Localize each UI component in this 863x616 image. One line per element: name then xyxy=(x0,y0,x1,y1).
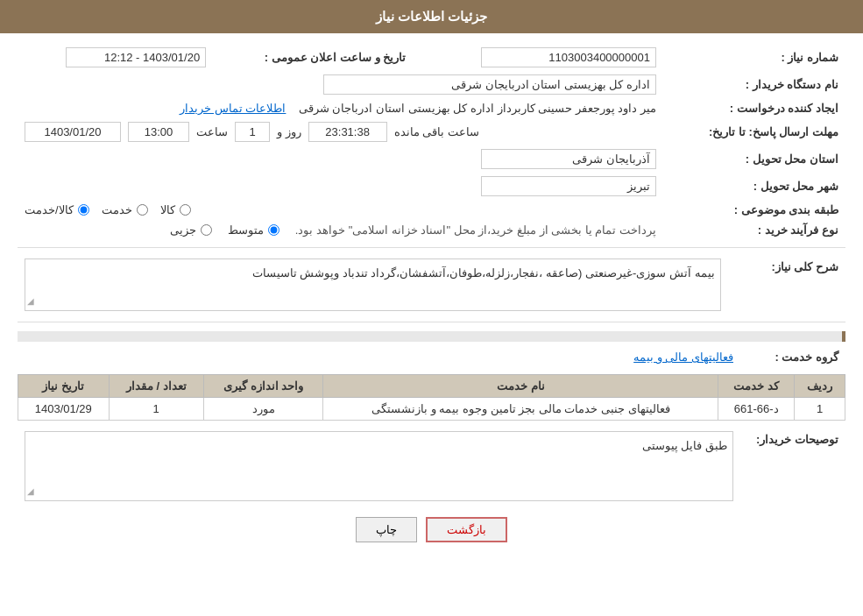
buyer-org-value: اداره کل بهزیستی استان ادربایجان شرقی xyxy=(18,71,663,98)
remaining-time-field: 23:31:38 xyxy=(308,122,387,142)
separator-1 xyxy=(18,247,845,248)
purchase-note-text: پرداخت تمام یا بخشی از مبلغ خرید،از محل … xyxy=(295,223,656,237)
services-section-title xyxy=(18,331,845,342)
resize-handle-2: ◢ xyxy=(27,485,34,499)
category-label: طبقه بندی موضوعی : xyxy=(663,200,845,220)
city-value: تبریز xyxy=(18,173,663,200)
province-label: استان محل تحویل : xyxy=(663,145,845,173)
category-value: کالا/خدمت خدمت کالا xyxy=(18,200,663,220)
service-group-value: فعالیتهای مالی و بیمه xyxy=(18,347,740,367)
col-header-row: ردیف xyxy=(794,375,845,398)
date-field: 1403/01/20 xyxy=(25,122,121,142)
col-header-qty: تعداد / مقدار xyxy=(109,375,203,398)
col-header-unit: واحد اندازه گیری xyxy=(203,375,323,398)
service-group-table: گروه خدمت : فعالیتهای مالی و بیمه xyxy=(18,347,845,367)
page-header: جزئیات اطلاعات نیاز xyxy=(0,0,863,33)
requester-contact-link[interactable]: اطلاعات تماس خریدار xyxy=(180,102,286,115)
table-row: 1د-66-661فعالیتهای جنبی خدمات مالی بجز ت… xyxy=(18,398,845,421)
time-field: 13:00 xyxy=(128,122,189,142)
need-description-box: بیمه آتش سوزی-غیرصنعتی (صاعقه ،نفجار،زلز… xyxy=(25,258,721,311)
col-header-name: نام خدمت xyxy=(323,375,718,398)
service-group-label: گروه خدمت : xyxy=(740,347,845,367)
buyer-notes-label: توصیحات خریدار: xyxy=(740,428,845,505)
deadline-value: ساعت باقی مانده 23:31:38 روز و 1 ساعت 13… xyxy=(18,118,663,145)
description-table: شرح کلی نیاز: بیمه آتش سوزی-غیرصنعتی (صا… xyxy=(18,255,845,315)
resize-handle: ◢ xyxy=(27,294,34,308)
col-header-code: کد خدمت xyxy=(718,375,795,398)
page-title: جزئیات اطلاعات نیاز xyxy=(376,9,487,24)
category-kala-khedmat-radio[interactable] xyxy=(78,204,89,216)
col-header-date: تاریخ نیاز xyxy=(18,375,110,398)
province-field: آذربایجان شرقی xyxy=(481,149,656,169)
action-buttons: بازگشت چاپ xyxy=(18,517,845,542)
separator-2 xyxy=(18,322,845,322)
days-field: 1 xyxy=(235,122,270,142)
need-description-text: بیمه آتش سوزی-غیرصنعتی (صاعقه ،نفجار،زلز… xyxy=(252,266,715,280)
need-number-field: 1103003400000001 xyxy=(481,47,656,67)
province-value: آذربایجان شرقی xyxy=(18,145,663,173)
back-button[interactable]: بازگشت xyxy=(426,517,507,542)
requester-value: میر داود پورجعفر حسینی کاربرداز اداره کل… xyxy=(18,98,663,118)
purchase-partial-radio[interactable] xyxy=(201,224,212,236)
purchase-type-value: پرداخت تمام یا بخشی از مبلغ خرید،از محل … xyxy=(18,220,663,240)
public-announce-field: 1403/01/20 - 12:12 xyxy=(66,47,206,67)
requester-label: ایجاد کننده درخواست : xyxy=(663,98,845,118)
services-data-table: ردیف کد خدمت نام خدمت واحد اندازه گیری ت… xyxy=(18,374,845,421)
service-group-link[interactable]: فعالیتهای مالی و بیمه xyxy=(633,350,733,364)
need-number-label: شماره نیاز : xyxy=(663,44,845,71)
category-kala-option: کالا xyxy=(160,203,193,216)
purchase-medium-option: متوسط xyxy=(228,223,281,237)
purchase-partial-option: جزیی xyxy=(170,223,214,237)
purchase-medium-radio[interactable] xyxy=(268,224,279,236)
purchase-type-label: نوع فرآیند خرید : xyxy=(663,220,845,240)
category-khedmat-radio[interactable] xyxy=(137,204,148,216)
need-number-value: 1103003400000001 xyxy=(423,44,663,71)
time-label: ساعت xyxy=(196,125,228,138)
deadline-label: مهلت ارسال پاسخ: تا تاریخ: xyxy=(663,118,845,145)
category-khedmat-option: خدمت xyxy=(102,203,150,216)
city-field: تبریز xyxy=(481,176,656,196)
buyer-notes-table: توصیحات خریدار: طبق فایل پیوستی ◢ xyxy=(18,428,845,505)
need-description-value: بیمه آتش سوزی-غیرصنعتی (صاعقه ،نفجار،زلز… xyxy=(18,255,728,315)
category-kala-radio[interactable] xyxy=(180,204,191,216)
city-label: شهر محل تحویل : xyxy=(663,173,845,200)
main-info-table: شماره نیاز : 1103003400000001 تاریخ و سا… xyxy=(18,44,845,240)
category-kala-khedmat-option: کالا/خدمت xyxy=(25,203,91,216)
need-description-label: شرح کلی نیاز: xyxy=(728,255,845,315)
public-announce-label: تاریخ و ساعت اعلان عمومی : xyxy=(213,44,423,71)
days-label: روز و xyxy=(277,125,301,138)
print-button[interactable]: چاپ xyxy=(356,517,417,542)
buyer-org-label: نام دستگاه خریدار : xyxy=(663,71,845,98)
public-announce-value: 1403/01/20 - 12:12 xyxy=(18,44,213,71)
remaining-suffix: ساعت باقی مانده xyxy=(394,125,479,138)
buyer-notes-text: طبق فایل پیوستی xyxy=(642,439,727,452)
buyer-notes-value: طبق فایل پیوستی ◢ xyxy=(18,428,740,505)
buyer-notes-box: طبق فایل پیوستی ◢ xyxy=(25,431,733,501)
buyer-org-field: اداره کل بهزیستی استان ادربایجان شرقی xyxy=(323,74,656,95)
